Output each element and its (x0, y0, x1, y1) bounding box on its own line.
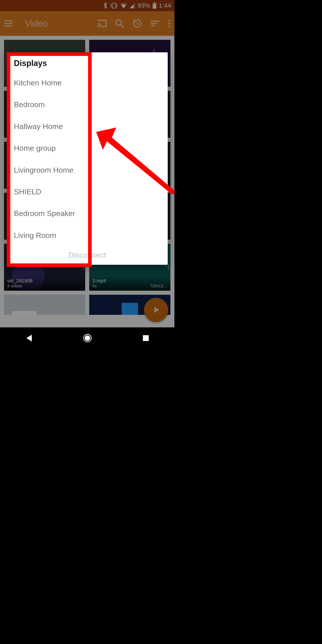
disconnect-button[interactable]: Disconnect (7, 246, 168, 263)
cast-target-item[interactable]: Hallway Home (7, 116, 168, 137)
svg-marker-32 (26, 335, 32, 342)
cast-target-item[interactable]: Kitchen Home (7, 72, 168, 94)
recents-icon[interactable] (142, 334, 149, 342)
cast-target-item[interactable]: Living Room (7, 224, 168, 246)
cast-target-item[interactable]: SHIELD (7, 181, 168, 202)
cast-target-item[interactable]: Livingroom Home (7, 159, 168, 181)
back-icon[interactable] (25, 334, 33, 342)
cast-target-item[interactable]: Bedroom Speaker (7, 202, 168, 224)
cast-displays-dialog: Displays Kitchen Home Bedroom Hallway Ho… (7, 52, 168, 265)
home-icon[interactable] (83, 334, 92, 342)
svg-rect-35 (143, 335, 149, 341)
svg-point-34 (85, 336, 90, 341)
system-nav-bar (0, 327, 174, 349)
cast-target-item[interactable]: Home group (7, 137, 168, 159)
cast-target-item[interactable]: Bedroom (7, 94, 168, 116)
dialog-title: Displays (7, 58, 168, 72)
